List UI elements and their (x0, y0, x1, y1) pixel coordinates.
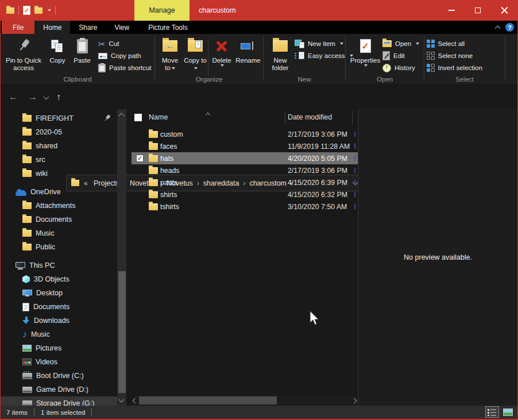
select-all-checkbox[interactable] (134, 114, 142, 121)
paste-shortcut-button[interactable]: Paste shortcut (98, 62, 152, 74)
dropdown-icon (221, 64, 224, 67)
column-divider[interactable] (285, 111, 285, 125)
folder-icon[interactable] (34, 7, 42, 14)
sidebar-item-pictures[interactable]: Pictures (1, 341, 117, 355)
maximize-icon (475, 7, 481, 13)
sidebar-item-wiki[interactable]: wiki (1, 167, 117, 180)
tab-share[interactable]: Share (70, 21, 106, 34)
file-row-pants[interactable]: pants4/15/2020 6:39 PM (132, 176, 358, 188)
sidebar-item-music[interactable]: Music (1, 327, 117, 341)
drive-icon (22, 400, 32, 406)
close-button[interactable] (491, 0, 517, 21)
copy-path-label: Copy path (111, 52, 141, 59)
properties-button[interactable]: Properties (349, 35, 381, 75)
column-header-date-modified[interactable]: Date modified (288, 113, 332, 121)
easy-access-button[interactable]: Easy access (295, 50, 353, 61)
row-checkbox[interactable]: ✓ (136, 155, 144, 162)
invert-selection-button[interactable]: Invert selection (427, 62, 482, 74)
copy-to-icon (188, 40, 203, 52)
paste-button[interactable]: Paste (70, 35, 94, 75)
sidebar-item-shared[interactable]: shared (1, 139, 117, 153)
minimize-button[interactable] (438, 0, 465, 21)
file-name: custom (160, 130, 183, 138)
sidebar-item-boot-drive-c[interactable]: Boot Drive (C:) (1, 369, 117, 383)
column-header-name[interactable]: Name (149, 113, 168, 121)
rename-button[interactable]: Rename (234, 35, 262, 75)
properties-icon[interactable] (23, 6, 30, 15)
sidebar-item-onedrive[interactable]: OneDrive (1, 185, 117, 199)
maximize-button[interactable] (465, 0, 491, 21)
scroll-left-icon[interactable] (133, 398, 138, 404)
new-folder-button[interactable]: New folder (268, 35, 293, 75)
scrollbar-thumb[interactable] (118, 271, 126, 393)
pin-to-quick-access-button[interactable]: Pin to Quick access (3, 35, 44, 75)
delete-button[interactable]: Delete (210, 35, 233, 75)
new-item-button[interactable]: New item (295, 38, 353, 49)
help-icon[interactable] (505, 23, 514, 32)
copy-button[interactable]: Copy (46, 35, 69, 75)
file-row-custom[interactable]: custom2/17/2019 3:06 PM (132, 128, 358, 140)
sidebar-item-documents[interactable]: Documents (1, 300, 117, 314)
properties-icon (360, 39, 371, 53)
edit-button[interactable]: Edit (382, 50, 419, 61)
select-all-button[interactable]: Select all (427, 38, 482, 49)
file-row-tshirts[interactable]: tshirts3/10/2020 7:50 AM (132, 201, 358, 213)
sidebar-item-desktop[interactable]: Desktop (1, 286, 117, 300)
sidebar-item-src[interactable]: src (1, 153, 117, 167)
sidebar-item-downloads[interactable]: Downloads (1, 314, 117, 327)
cut-button[interactable]: Cut (98, 38, 152, 49)
new-folder-label: New folder (268, 57, 293, 72)
desktop-icon (22, 290, 32, 296)
sidebar-item-2020-05[interactable]: 2020-05 (1, 125, 117, 139)
sidebar-item-public[interactable]: Public (1, 240, 117, 254)
sidebar-item-label: This PC (29, 261, 55, 269)
forward-button[interactable]: → (25, 85, 41, 109)
scroll-up-icon[interactable] (119, 113, 125, 119)
column-divider[interactable] (352, 111, 353, 125)
sidebar-item-documents[interactable]: Documents (1, 213, 117, 226)
sidebar-item-attachments[interactable]: Attachments (1, 199, 117, 213)
sidebar-item-storage-drive-g[interactable]: Storage Drive (G:) (1, 396, 117, 406)
history-button[interactable]: History (382, 62, 419, 74)
file-row-shirts[interactable]: shirts4/15/2020 6:32 PM (132, 188, 358, 201)
folder-icon (149, 155, 158, 162)
details-view-button[interactable] (485, 406, 499, 418)
scroll-down-icon[interactable] (119, 397, 125, 403)
file-row-hats[interactable]: ✓hats4/20/2020 5:05 PM (132, 152, 358, 164)
move-to-button[interactable]: Move to (159, 35, 181, 75)
tab-picture-tools[interactable]: Picture Tools (138, 21, 198, 34)
sidebar-scrollbar[interactable] (117, 109, 126, 406)
thumbnails-view-button[interactable] (501, 406, 515, 418)
new-folder-icon (273, 40, 288, 52)
collapse-ribbon-icon[interactable] (495, 25, 501, 31)
file-row-faces[interactable]: faces11/9/2019 11:28 AM (132, 140, 358, 152)
file-row-heads[interactable]: heads2/17/2019 3:06 PM (132, 164, 358, 176)
separator (18, 6, 19, 15)
up-button[interactable]: ↑ (51, 85, 66, 109)
scrollbar-thumb[interactable] (139, 396, 277, 404)
open-button[interactable]: Open (382, 38, 419, 49)
scroll-right-icon[interactable] (351, 398, 357, 404)
manage-contextual-tab[interactable]: Manage (134, 0, 190, 21)
sidebar-item-music[interactable]: Music (1, 226, 117, 240)
back-button[interactable]: ← (5, 85, 21, 109)
sidebar-item-firefight[interactable]: FIREFIGHT (1, 111, 117, 125)
sidebar-item-label: shared (36, 142, 57, 150)
sidebar-section: This PC3D ObjectsDesktopDocumentsDownloa… (1, 259, 117, 406)
select-none-button[interactable]: Select none (427, 50, 482, 61)
sidebar-item-videos[interactable]: Videos (1, 355, 117, 369)
qat-dropdown-icon[interactable] (48, 9, 51, 11)
sidebar-item-this-pc[interactable]: This PC (1, 259, 117, 272)
sidebar-item-3d-objects[interactable]: 3D Objects (1, 272, 117, 286)
horizontal-scrollbar[interactable] (132, 395, 358, 406)
copy-path-button[interactable]: Copy path (98, 50, 152, 61)
tab-file[interactable]: File (2, 21, 34, 34)
separator (208, 38, 208, 76)
file-name: tshirts (160, 203, 179, 211)
folder-icon[interactable] (6, 7, 14, 14)
tab-view[interactable]: View (106, 21, 138, 34)
recent-locations-button[interactable] (41, 85, 51, 109)
tab-home[interactable]: Home (34, 21, 70, 34)
copy-to-button[interactable]: Copy to (184, 35, 207, 75)
sidebar-item-game-drive-d[interactable]: Game Drive (D:) (1, 383, 117, 396)
